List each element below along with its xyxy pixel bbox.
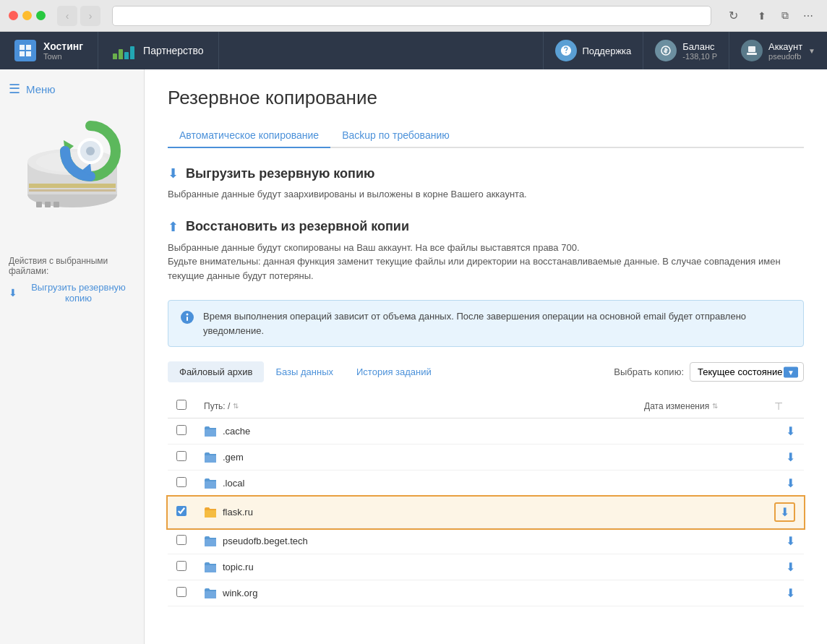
- nav-brand-hosting[interactable]: Хостинг Town: [0, 32, 98, 69]
- export-section-desc: Выбранные данные будут заархивированы и …: [168, 187, 804, 202]
- path-sort-icon: ⇅: [233, 402, 239, 410]
- table-row: .gem ⬇: [168, 445, 804, 471]
- file-tab-databases[interactable]: Базы данных: [264, 361, 345, 382]
- file-name-cell-3: flask.ru: [204, 507, 627, 518]
- path-column-label: Путь: /: [204, 401, 230, 411]
- table-row: topic.ru ⬇: [168, 554, 804, 580]
- browser-chrome: ‹ › ↻ ⬆ ⧉ ⋯: [0, 0, 827, 32]
- download-button-6[interactable]: ⬇: [786, 586, 795, 600]
- file-name-cell-6: wink.org: [204, 588, 627, 599]
- nav-balance-btn[interactable]: Баланс -138,10 Р: [643, 32, 729, 69]
- partner-icon: [113, 42, 136, 59]
- account-dropdown-arrow: ▼: [808, 47, 815, 55]
- share-button[interactable]: ⬆: [752, 6, 772, 26]
- row-checkbox-1[interactable]: [176, 451, 187, 461]
- restore-section-header: ⬆ Восстановить из резервной копии: [168, 219, 804, 235]
- download-button-2[interactable]: ⬇: [786, 476, 795, 490]
- table-row: flask.ru ⬇: [168, 497, 804, 528]
- forward-button[interactable]: ›: [80, 6, 100, 26]
- partner-label: Партнерство: [143, 45, 204, 56]
- export-section: ⬇ Выгрузить резервную копию Выбранные да…: [168, 166, 804, 202]
- file-tab-archive[interactable]: Файловый архив: [168, 361, 264, 382]
- nav-account-btn[interactable]: Аккаунт pseudofb ▼: [729, 32, 827, 69]
- file-name-2: .local: [223, 478, 244, 489]
- sidebar: ☰ Меню: [0, 69, 145, 644]
- svg-rect-5: [748, 46, 755, 52]
- download-button-highlighted-3[interactable]: ⬇: [774, 502, 795, 522]
- row-checkbox-2[interactable]: [176, 477, 187, 487]
- new-tab-button[interactable]: ⧉: [775, 6, 795, 26]
- address-bar[interactable]: [112, 6, 711, 26]
- copy-selector: Выбрать копию: Текущее состояние ▼: [614, 362, 804, 382]
- restore-section-icon: ⬆: [168, 219, 179, 235]
- file-name-3: flask.ru: [223, 507, 253, 518]
- browser-nav: ‹ ›: [57, 6, 100, 26]
- copy-select[interactable]: Текущее состояние: [690, 362, 804, 382]
- nav-partner[interactable]: Партнерство: [98, 32, 219, 69]
- folder-icon-1: [204, 452, 217, 463]
- date-column-label: Дата изменения: [644, 401, 709, 411]
- file-name-cell-0: .cache: [204, 426, 627, 437]
- file-date-1: [635, 445, 766, 471]
- file-name-cell-1: .gem: [204, 452, 627, 463]
- file-name-1: .gem: [223, 452, 244, 463]
- nav-support-btn[interactable]: Поддержка: [543, 32, 643, 69]
- restore-section-desc1: Выбранные данные будут скопированы на Ва…: [168, 241, 804, 255]
- close-window-button[interactable]: [9, 11, 18, 20]
- date-column-header[interactable]: Дата изменения ⇅: [644, 401, 757, 411]
- file-name-6: wink.org: [223, 588, 257, 598]
- table-row: .cache ⬇: [168, 418, 804, 445]
- svg-rect-2: [20, 51, 25, 56]
- info-box: Время выполнения операций зависит от объ…: [168, 300, 804, 347]
- main-tabs: Автоматическое копирование Backup по тре…: [168, 124, 804, 148]
- svg-rect-3: [26, 51, 31, 56]
- tab-manual-backup[interactable]: Backup по требованию: [330, 124, 461, 148]
- date-sort-icon: ⇅: [712, 402, 718, 410]
- sidebar-actions: Действия с выбранными файлами: ⬇ Выгрузи…: [9, 241, 135, 304]
- download-button-0[interactable]: ⬇: [786, 424, 795, 438]
- export-section-title: Выгрузить резервную копию: [186, 166, 374, 181]
- file-name-0: .cache: [223, 426, 250, 437]
- row-checkbox-5[interactable]: [176, 561, 187, 571]
- svg-rect-0: [20, 45, 25, 50]
- file-table: Путь: / ⇅ Дата изменения ⇅ ⊤: [168, 394, 804, 606]
- minimize-window-button[interactable]: [22, 11, 32, 20]
- svg-rect-1: [26, 45, 31, 50]
- row-checkbox-6[interactable]: [176, 587, 187, 597]
- account-icon: [741, 40, 763, 61]
- row-checkbox-3[interactable]: [176, 506, 187, 516]
- file-date-3: [635, 497, 766, 528]
- row-checkbox-0[interactable]: [176, 425, 187, 435]
- download-button-4[interactable]: ⬇: [786, 534, 795, 548]
- table-row: pseudofb.beget.tech ⬇: [168, 528, 804, 554]
- select-all-checkbox[interactable]: [176, 400, 187, 410]
- tab-auto-backup[interactable]: Автоматическое копирование: [168, 124, 330, 148]
- reload-button[interactable]: ↻: [723, 6, 743, 26]
- file-date-0: [635, 418, 766, 445]
- file-name-5: topic.ru: [223, 562, 254, 572]
- back-button[interactable]: ‹: [57, 6, 77, 26]
- sidebar-export-button[interactable]: ⬇ Выгрузить резервную копию: [9, 282, 135, 304]
- file-name-4: pseudofb.beget.tech: [223, 536, 308, 546]
- row-checkbox-4[interactable]: [176, 535, 187, 545]
- menu-button[interactable]: ☰ Меню: [9, 81, 135, 97]
- file-tab-history[interactable]: История заданий: [345, 361, 443, 382]
- download-button-5[interactable]: ⬇: [786, 560, 795, 574]
- svg-rect-12: [29, 189, 116, 192]
- browser-actions: ⬆ ⧉ ⋯: [752, 6, 818, 26]
- extensions-button[interactable]: ⋯: [798, 6, 818, 26]
- export-section-header: ⬇ Выгрузить резервную копию: [168, 166, 804, 181]
- fullscreen-window-button[interactable]: [36, 11, 46, 20]
- svg-rect-15: [53, 202, 59, 207]
- folder-icon-3: [204, 507, 217, 518]
- filter-icon[interactable]: ⊤: [774, 400, 783, 412]
- sidebar-actions-label: Действия с выбранными файлами:: [9, 256, 135, 276]
- svg-rect-24: [187, 317, 188, 321]
- download-button-1[interactable]: ⬇: [786, 450, 795, 464]
- path-column-header[interactable]: Путь: / ⇅: [204, 401, 627, 411]
- folder-icon-6: [204, 588, 217, 599]
- support-icon: [555, 40, 577, 61]
- account-label: Аккаунт: [768, 41, 802, 52]
- backup-disk-image: [14, 111, 130, 227]
- support-label: Поддержка: [583, 46, 632, 56]
